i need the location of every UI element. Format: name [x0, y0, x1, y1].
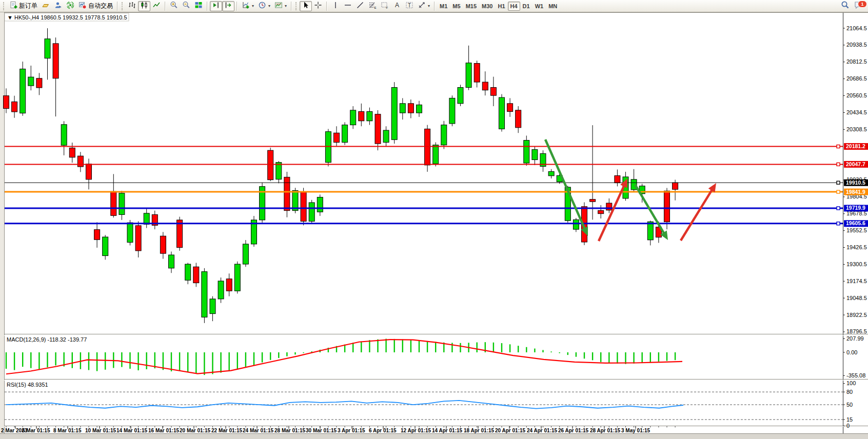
timeframe-m30[interactable]: M30: [479, 2, 495, 11]
vline-tool-button[interactable]: [329, 1, 342, 11]
toolbar-separator: [207, 2, 208, 11]
chart-shift-icon: [212, 1, 220, 11]
cursor-button[interactable]: [300, 1, 312, 11]
svg-text:20308.5: 20308.5: [846, 126, 867, 132]
svg-text:19841.9: 19841.9: [846, 189, 865, 195]
svg-text:19910.5: 19910.5: [846, 179, 865, 186]
fibonacci-tool-button[interactable]: E: [366, 1, 379, 11]
candlestick-button[interactable]: [138, 1, 150, 11]
toolbar-separator: [117, 2, 118, 11]
new-order-button[interactable]: 新订单: [7, 1, 40, 11]
svg-text:12 Apr 01:15: 12 Apr 01:15: [401, 428, 431, 433]
templates-button[interactable]: ▾: [272, 1, 289, 11]
zoom-out-button[interactable]: [180, 1, 192, 11]
label-tool-button[interactable]: T: [403, 1, 416, 11]
timeframe-w1[interactable]: W1: [532, 2, 546, 11]
templates-dropdown-caret[interactable]: ▾: [285, 4, 287, 8]
account-button[interactable]: [52, 1, 64, 11]
timeframe-m5[interactable]: M5: [450, 2, 463, 11]
channel-icon: F: [381, 1, 389, 11]
zoom-in-button[interactable]: [168, 1, 180, 11]
price-chart-canvas[interactable]: 21064.520938.520812.520686.520560.520434…: [0, 12, 868, 439]
bar-chart-button[interactable]: [126, 1, 138, 11]
autotrade-button[interactable]: 自动交易: [76, 1, 115, 11]
svg-text:100: 100: [846, 380, 856, 386]
chart-shift-button[interactable]: [210, 1, 222, 11]
tile-windows-icon: [194, 1, 203, 11]
crosshair-button[interactable]: [312, 1, 324, 11]
trendline-icon: [356, 1, 364, 11]
svg-text:3 May 01:15: 3 May 01:15: [621, 428, 650, 433]
timeframe-m15[interactable]: M15: [463, 2, 479, 11]
svg-text:20560.5: 20560.5: [846, 92, 867, 98]
svg-text:26 Apr 01:15: 26 Apr 01:15: [558, 428, 589, 433]
signals-button[interactable]: [64, 1, 76, 11]
line-chart-button[interactable]: [150, 1, 163, 11]
shapes-tool-button[interactable]: ▾: [416, 1, 432, 11]
timeframe-d1[interactable]: D1: [520, 2, 532, 11]
timeframe-h1[interactable]: H1: [495, 2, 507, 11]
deposit-button[interactable]: [40, 1, 52, 11]
svg-text:19300.5: 19300.5: [846, 261, 867, 267]
svg-text:19426.5: 19426.5: [846, 244, 867, 250]
svg-text:207.99: 207.99: [846, 335, 864, 342]
label-icon: T: [405, 1, 413, 11]
timeframe-mn[interactable]: MN: [546, 2, 560, 11]
svg-text:28 Apr 01:15: 28 Apr 01:15: [590, 428, 621, 433]
periods-clock-icon: [258, 1, 266, 11]
zoom-in-icon: [170, 1, 178, 11]
toolbar-separator: [165, 2, 166, 11]
hline-tool-button[interactable]: [342, 1, 354, 11]
timeframe-m1[interactable]: M1: [437, 2, 450, 11]
svg-text:19048.5: 19048.5: [846, 295, 867, 301]
toolbar-separator: [434, 2, 435, 11]
candlestick-icon: [140, 1, 148, 11]
svg-text:20812.5: 20812.5: [846, 58, 867, 65]
chart-autoscroll-button[interactable]: [222, 1, 234, 11]
deposit-icon: [42, 1, 50, 11]
shapes-dropdown-caret[interactable]: ▾: [428, 4, 430, 8]
svg-text:18 Apr 01:15: 18 Apr 01:15: [464, 428, 495, 433]
svg-text:20047.7: 20047.7: [846, 161, 865, 167]
text-icon: A: [393, 1, 401, 11]
timeframe-h4[interactable]: H4: [508, 2, 520, 11]
svg-text:20434.5: 20434.5: [846, 109, 867, 115]
svg-text:20 Mar 01:15: 20 Mar 01:15: [180, 428, 210, 433]
svg-text:10 Mar 01:15: 10 Mar 01:15: [85, 428, 116, 433]
new-order-label: 新订单: [19, 2, 37, 10]
svg-text:6 Mar 01:15: 6 Mar 01:15: [22, 428, 50, 433]
svg-text:RSI(15) 48.9351: RSI(15) 48.9351: [7, 382, 48, 388]
svg-text:A: A: [395, 2, 399, 9]
periods-button[interactable]: ▾: [256, 1, 272, 11]
svg-text:F: F: [386, 6, 388, 9]
bar-chart-icon: [128, 1, 136, 11]
svg-text:19552.5: 19552.5: [846, 227, 867, 233]
toolbar-drag-handle[interactable]: [122, 2, 124, 10]
periods-dropdown-caret[interactable]: ▾: [268, 4, 270, 8]
svg-text:0: 0: [846, 423, 850, 429]
svg-text:20181.2: 20181.2: [846, 143, 865, 149]
text-tool-button[interactable]: A: [391, 1, 403, 11]
chart-autoscroll-icon: [224, 1, 232, 11]
toolbar-drag-handle[interactable]: [3, 2, 6, 10]
tile-windows-button[interactable]: [192, 1, 205, 11]
svg-text:18922.5: 18922.5: [846, 312, 867, 318]
templates-icon: [274, 1, 283, 11]
vline-icon: [331, 1, 340, 11]
chart-title[interactable]: ▼ HK50-,H4 19860.5 19932.5 19778.5 19910…: [7, 14, 127, 21]
main-toolbar: 新订单 自动交易 ▾: [0, 0, 868, 12]
new-order-icon: [9, 1, 17, 11]
search-button[interactable]: [839, 1, 852, 11]
svg-text:14 Apr 01:15: 14 Apr 01:15: [432, 428, 463, 433]
channel-tool-button[interactable]: F: [379, 1, 391, 11]
svg-text:20938.5: 20938.5: [846, 42, 867, 48]
svg-text:19174.5: 19174.5: [846, 278, 867, 284]
toolbar-drag-handle[interactable]: [295, 2, 298, 10]
indicators-dropdown-caret[interactable]: ▾: [252, 4, 254, 8]
svg-text:19605.6: 19605.6: [846, 220, 865, 226]
trendline-tool-button[interactable]: [354, 1, 366, 11]
autotrade-label: 自动交易: [88, 2, 113, 10]
svg-text:E: E: [374, 6, 377, 9]
indicators-button[interactable]: ▾: [240, 1, 256, 11]
notifications-button[interactable]: 1: [852, 1, 865, 11]
